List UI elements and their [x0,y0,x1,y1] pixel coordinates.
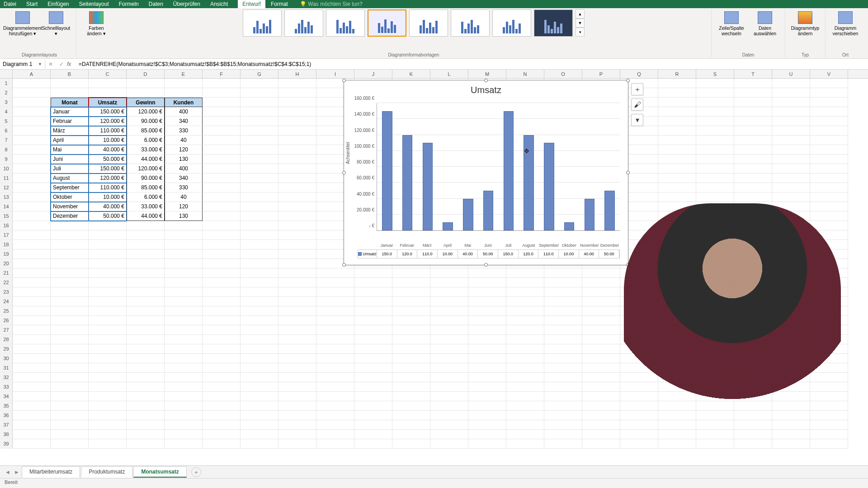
cell[interactable] [316,287,354,297]
cell[interactable] [165,439,203,449]
cell[interactable] [544,278,582,287]
row-header[interactable]: 32 [0,373,13,382]
cell[interactable] [506,411,544,420]
cell[interactable] [278,430,316,439]
cell[interactable] [127,268,165,278]
cell[interactable] [772,164,810,174]
cell[interactable] [544,373,582,382]
cell[interactable] [51,430,89,439]
cell[interactable] [165,382,203,392]
cell[interactable]: 110.000 € [89,183,127,192]
name-box[interactable]: Diagramm 1▼ [0,60,45,68]
cell[interactable]: Februar [51,117,89,126]
cell[interactable] [13,344,51,354]
row-header[interactable]: 35 [0,401,13,411]
col-header-H[interactable]: H [278,70,316,78]
cell[interactable]: 400 [165,164,203,174]
cell[interactable] [203,211,241,221]
row-header[interactable]: 14 [0,202,13,211]
cell[interactable] [203,164,241,174]
cell[interactable] [203,155,241,164]
cell[interactable] [620,420,658,430]
cell[interactable] [13,202,51,211]
cell[interactable] [468,268,506,278]
cell[interactable] [203,145,241,155]
cell[interactable] [13,439,51,449]
cell[interactable] [506,401,544,411]
cell[interactable] [734,79,772,88]
chart-style-thumb[interactable] [409,9,448,37]
cell[interactable] [241,230,278,240]
cell[interactable]: 120.000 € [127,164,165,174]
tab-nav-prev[interactable]: ◄ [4,469,12,475]
move-chart-button[interactable]: Diagramm verschieben [829,9,862,38]
row-header[interactable]: 39 [0,439,13,449]
cell[interactable] [241,382,278,392]
cell[interactable] [734,155,772,164]
row-header[interactable]: 27 [0,325,13,335]
cell[interactable] [506,430,544,439]
cell[interactable] [13,430,51,439]
cell[interactable] [316,382,354,392]
col-header-Q[interactable]: Q [620,70,658,78]
bar[interactable] [423,143,433,230]
cell[interactable] [13,192,51,202]
row-header[interactable]: 7 [0,136,13,145]
cell[interactable] [354,297,392,306]
cell[interactable]: Gewinn [127,98,165,107]
cell[interactable] [696,98,734,107]
cell[interactable] [392,430,430,439]
cell[interactable] [316,439,354,449]
chart-styles-button[interactable]: 🖌 [631,99,643,111]
cell[interactable] [51,325,89,335]
cell[interactable] [506,420,544,430]
cell[interactable]: 90.000 € [127,174,165,183]
row-header[interactable]: 34 [0,392,13,401]
cell[interactable] [734,174,772,183]
cell[interactable] [278,306,316,316]
chart-styles-gallery[interactable]: ▲▼▾ [243,9,585,37]
cell[interactable] [354,344,392,354]
cell[interactable] [203,230,241,240]
cell[interactable]: 6.000 € [127,136,165,145]
cell[interactable] [51,354,89,363]
cell[interactable] [13,354,51,363]
cell[interactable] [165,240,203,249]
cell[interactable] [89,297,127,306]
cell[interactable] [89,306,127,316]
cell[interactable] [316,401,354,411]
row-header[interactable]: 5 [0,117,13,126]
cell[interactable]: 340 [165,174,203,183]
cell[interactable] [582,420,620,430]
cell[interactable]: August [51,174,89,183]
cell[interactable] [810,192,848,202]
cell[interactable] [241,287,278,297]
cell[interactable] [13,278,51,287]
cell[interactable] [51,306,89,316]
row-header[interactable]: 12 [0,183,13,192]
cell[interactable] [51,230,89,240]
cell[interactable] [734,117,772,126]
cell[interactable] [772,192,810,202]
row-header[interactable]: 23 [0,287,13,297]
cell[interactable] [127,382,165,392]
cell[interactable] [544,363,582,373]
fx-icon[interactable]: fx [67,61,76,67]
cell[interactable] [278,268,316,278]
row-header[interactable]: 33 [0,382,13,392]
cell[interactable] [430,420,468,430]
cell[interactable] [582,297,620,306]
cell[interactable] [51,411,89,420]
cell[interactable] [165,278,203,287]
cell[interactable] [127,79,165,88]
cell[interactable] [544,325,582,335]
cell[interactable] [734,88,772,98]
cell[interactable] [241,297,278,306]
cell[interactable] [392,278,430,287]
cell[interactable] [89,278,127,287]
cell[interactable] [544,344,582,354]
cell[interactable] [278,392,316,401]
cell[interactable] [241,401,278,411]
cell[interactable] [430,439,468,449]
cell[interactable] [582,392,620,401]
